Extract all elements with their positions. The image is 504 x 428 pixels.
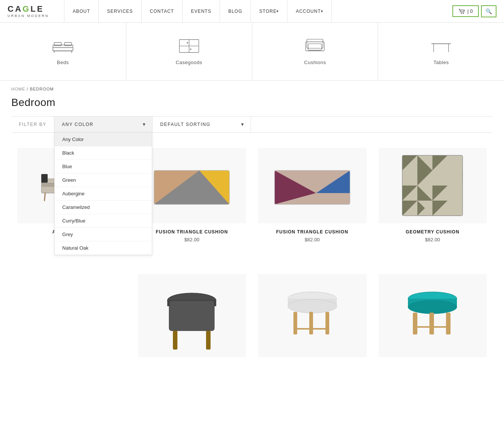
- product-image-cushion2: [258, 148, 367, 223]
- page-title: Bedroom: [0, 94, 504, 116]
- product-stool-white[interactable]: [252, 267, 373, 372]
- color-filter-value: ANY COLOR: [62, 122, 93, 127]
- sort-select[interactable]: DEFAULT SORTING: [153, 117, 250, 132]
- color-option-natural-oak[interactable]: Natural Oak: [55, 241, 152, 255]
- nav-events[interactable]: EVENTS: [183, 0, 220, 23]
- color-filter-dropdown[interactable]: ANY COLOR ▼ Any Color Black Blue Green A…: [54, 117, 153, 132]
- products-grid-row2: [11, 267, 493, 372]
- cushion2-svg: [271, 159, 354, 212]
- svg-rect-72: [309, 312, 313, 334]
- svg-rect-2: [53, 45, 73, 51]
- svg-rect-79: [429, 313, 434, 334]
- stool-white-svg: [282, 278, 342, 353]
- logo-name: CAGLE: [8, 5, 44, 13]
- main-nav: CAGLE urban modern ABOUT SERVICES CONTAC…: [0, 0, 504, 23]
- color-option-caramelized[interactable]: Caramelized: [55, 201, 152, 214]
- product-image-cushion1: [138, 148, 246, 223]
- svg-line-22: [44, 193, 45, 201]
- filter-by-label: FILTER BY: [11, 117, 54, 132]
- product-image-stool-white: [258, 274, 367, 357]
- svg-rect-71: [293, 312, 297, 334]
- svg-rect-73: [325, 312, 329, 334]
- color-option-curry-blue[interactable]: Curry/Blue: [55, 214, 152, 228]
- color-filter-select[interactable]: ANY COLOR: [54, 117, 152, 132]
- nav-links: ABOUT SERVICES CONTACT EVENTS BLOG STORE…: [64, 0, 452, 23]
- sort-dropdown[interactable]: DEFAULT SORTING ▼: [153, 117, 251, 132]
- color-option-green[interactable]: Green: [55, 173, 152, 187]
- color-option-grey[interactable]: Grey: [55, 228, 152, 241]
- cart-icon: [458, 9, 465, 14]
- product-stool-dark[interactable]: [132, 267, 252, 372]
- breadcrumb-current: BEDROOM: [30, 87, 54, 91]
- category-tables[interactable]: Tables: [378, 23, 504, 80]
- nav-contact[interactable]: CONTACT: [142, 0, 183, 23]
- color-option-blue[interactable]: Blue: [55, 160, 152, 173]
- beds-icon: [52, 38, 74, 54]
- product-name-cushion2: FUSION TRIANGLE CUSHION: [258, 229, 367, 235]
- svg-rect-29: [41, 174, 47, 183]
- svg-rect-78: [413, 313, 417, 334]
- breadcrumb-separator: /: [27, 87, 30, 91]
- product-price-cushion2: $82.00: [258, 237, 367, 242]
- search-button[interactable]: 🔍: [481, 5, 496, 17]
- svg-rect-65: [169, 301, 214, 331]
- category-tiles: Beds Casegoods Cushions Tables: [0, 23, 504, 81]
- tables-icon: [430, 38, 452, 54]
- svg-rect-67: [206, 331, 211, 350]
- nav-actions: | 0 🔍: [452, 5, 496, 17]
- cushion3-svg: [399, 152, 466, 219]
- product-name-cushion1: FUSION TRIANGLE CUSHION: [138, 229, 246, 235]
- category-tables-label: Tables: [434, 60, 449, 65]
- category-beds-label: Beds: [57, 60, 69, 65]
- product-image-stool-teal: [379, 274, 487, 357]
- product-fusion-cushion-2[interactable]: FUSION TRIANGLE CUSHION $82.00: [252, 140, 373, 259]
- category-casegoods-label: Casegoods: [176, 60, 202, 65]
- search-icon: 🔍: [486, 8, 492, 14]
- filter-spacer: [251, 117, 493, 132]
- svg-point-13: [190, 49, 191, 50]
- logo-subtitle: urban modern: [8, 14, 49, 18]
- category-cushions[interactable]: Cushions: [252, 23, 379, 80]
- product-name-geometry: GEOMETRY CUSHION: [379, 229, 487, 235]
- stool-teal-svg: [402, 278, 463, 353]
- product-price-geometry: $82.00: [379, 237, 487, 242]
- svg-rect-66: [173, 331, 177, 350]
- svg-rect-3: [53, 48, 73, 51]
- breadcrumb: HOME / BEDROOM: [0, 81, 504, 94]
- product-empty: [11, 267, 132, 372]
- svg-rect-16: [308, 44, 322, 50]
- cart-count: | 0: [467, 8, 473, 14]
- svg-point-12: [187, 42, 188, 43]
- category-casegoods[interactable]: Casegoods: [126, 23, 252, 80]
- stool-dark-svg: [162, 278, 222, 353]
- filter-bar: FILTER BY ANY COLOR ▼ Any Color Black Bl…: [11, 116, 493, 133]
- nav-services[interactable]: SERVICES: [99, 0, 141, 23]
- color-option-aubergine[interactable]: Aubergine: [55, 187, 152, 201]
- color-dropdown-menu: Any Color Black Blue Green Aubergine Car…: [54, 132, 152, 255]
- svg-rect-80: [446, 313, 451, 334]
- nav-store[interactable]: STORE: [251, 0, 287, 23]
- breadcrumb-home[interactable]: HOME: [11, 87, 25, 91]
- logo[interactable]: CAGLE urban modern: [8, 5, 53, 18]
- category-cushions-label: Cushions: [304, 60, 326, 65]
- cushions-icon: [304, 38, 326, 54]
- product-price-cushion1: $82.00: [138, 237, 246, 242]
- color-option-any[interactable]: Any Color: [55, 133, 152, 146]
- product-stool-teal[interactable]: [373, 267, 493, 372]
- nav-account[interactable]: ACCOUNT: [287, 0, 331, 23]
- category-beds[interactable]: Beds: [0, 23, 126, 80]
- product-geometry-cushion[interactable]: GEOMETRY CUSHION $82.00: [373, 140, 493, 259]
- casegoods-icon: [178, 38, 200, 54]
- svg-point-1: [463, 13, 464, 14]
- svg-point-70: [288, 299, 337, 313]
- nav-about[interactable]: ABOUT: [64, 0, 99, 23]
- product-image-cushion3: [379, 148, 487, 223]
- cushion1-svg: [150, 159, 233, 212]
- sort-value: DEFAULT SORTING: [160, 122, 210, 127]
- nav-blog[interactable]: BLOG: [220, 0, 251, 23]
- color-option-black[interactable]: Black: [55, 146, 152, 160]
- product-image-stool-dark: [138, 274, 246, 357]
- svg-point-77: [408, 300, 457, 314]
- cart-button[interactable]: | 0: [452, 5, 479, 17]
- svg-point-0: [461, 13, 462, 14]
